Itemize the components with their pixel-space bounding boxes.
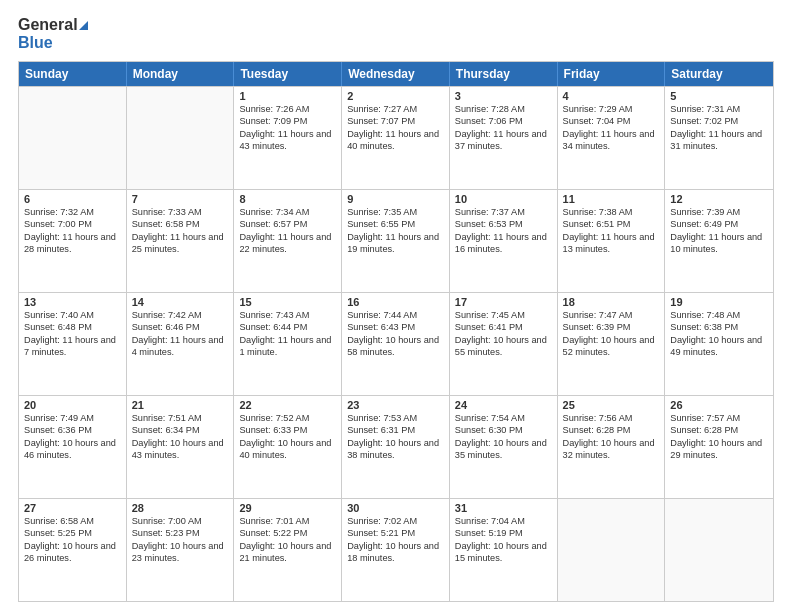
sunset-text: Sunset: 7:04 PM <box>563 115 660 127</box>
sunrise-text: Sunrise: 7:26 AM <box>239 103 336 115</box>
sunset-text: Sunset: 7:02 PM <box>670 115 768 127</box>
daylight-text: Daylight: 10 hours and 15 minutes. <box>455 540 552 565</box>
daylight-text: Daylight: 11 hours and 1 minute. <box>239 334 336 359</box>
daylight-text: Daylight: 11 hours and 7 minutes. <box>24 334 121 359</box>
sunrise-text: Sunrise: 7:02 AM <box>347 515 444 527</box>
sunset-text: Sunset: 6:49 PM <box>670 218 768 230</box>
sunset-text: Sunset: 6:44 PM <box>239 321 336 333</box>
day-number: 1 <box>239 90 336 102</box>
day-number: 11 <box>563 193 660 205</box>
calendar-cell: 26Sunrise: 7:57 AMSunset: 6:28 PMDayligh… <box>665 396 773 498</box>
day-number: 22 <box>239 399 336 411</box>
calendar-cell: 16Sunrise: 7:44 AMSunset: 6:43 PMDayligh… <box>342 293 450 395</box>
daylight-text: Daylight: 11 hours and 16 minutes. <box>455 231 552 256</box>
daylight-text: Daylight: 11 hours and 10 minutes. <box>670 231 768 256</box>
day-number: 23 <box>347 399 444 411</box>
sunset-text: Sunset: 7:06 PM <box>455 115 552 127</box>
day-number: 25 <box>563 399 660 411</box>
day-number: 21 <box>132 399 229 411</box>
sunset-text: Sunset: 7:00 PM <box>24 218 121 230</box>
sunset-text: Sunset: 6:57 PM <box>239 218 336 230</box>
calendar-cell <box>19 87 127 189</box>
sunset-text: Sunset: 5:21 PM <box>347 527 444 539</box>
day-number: 18 <box>563 296 660 308</box>
weekday-header: Saturday <box>665 62 773 86</box>
calendar-cell: 19Sunrise: 7:48 AMSunset: 6:38 PMDayligh… <box>665 293 773 395</box>
sunrise-text: Sunrise: 7:28 AM <box>455 103 552 115</box>
sunset-text: Sunset: 6:34 PM <box>132 424 229 436</box>
sunset-text: Sunset: 6:36 PM <box>24 424 121 436</box>
calendar-cell: 18Sunrise: 7:47 AMSunset: 6:39 PMDayligh… <box>558 293 666 395</box>
sunset-text: Sunset: 6:30 PM <box>455 424 552 436</box>
calendar-cell: 12Sunrise: 7:39 AMSunset: 6:49 PMDayligh… <box>665 190 773 292</box>
calendar-cell: 15Sunrise: 7:43 AMSunset: 6:44 PMDayligh… <box>234 293 342 395</box>
day-number: 8 <box>239 193 336 205</box>
sunset-text: Sunset: 6:28 PM <box>563 424 660 436</box>
day-number: 26 <box>670 399 768 411</box>
calendar-cell: 14Sunrise: 7:42 AMSunset: 6:46 PMDayligh… <box>127 293 235 395</box>
sunrise-text: Sunrise: 7:48 AM <box>670 309 768 321</box>
sunrise-text: Sunrise: 7:53 AM <box>347 412 444 424</box>
sunset-text: Sunset: 6:43 PM <box>347 321 444 333</box>
daylight-text: Daylight: 10 hours and 29 minutes. <box>670 437 768 462</box>
sunset-text: Sunset: 6:58 PM <box>132 218 229 230</box>
sunrise-text: Sunrise: 6:58 AM <box>24 515 121 527</box>
calendar-cell: 17Sunrise: 7:45 AMSunset: 6:41 PMDayligh… <box>450 293 558 395</box>
sunrise-text: Sunrise: 7:37 AM <box>455 206 552 218</box>
calendar-week-row: 20Sunrise: 7:49 AMSunset: 6:36 PMDayligh… <box>19 395 773 498</box>
calendar-cell: 10Sunrise: 7:37 AMSunset: 6:53 PMDayligh… <box>450 190 558 292</box>
day-number: 12 <box>670 193 768 205</box>
day-number: 3 <box>455 90 552 102</box>
daylight-text: Daylight: 10 hours and 40 minutes. <box>239 437 336 462</box>
calendar-cell: 24Sunrise: 7:54 AMSunset: 6:30 PMDayligh… <box>450 396 558 498</box>
day-number: 20 <box>24 399 121 411</box>
daylight-text: Daylight: 10 hours and 23 minutes. <box>132 540 229 565</box>
daylight-text: Daylight: 10 hours and 21 minutes. <box>239 540 336 565</box>
calendar-cell: 3Sunrise: 7:28 AMSunset: 7:06 PMDaylight… <box>450 87 558 189</box>
daylight-text: Daylight: 11 hours and 31 minutes. <box>670 128 768 153</box>
sunrise-text: Sunrise: 7:00 AM <box>132 515 229 527</box>
daylight-text: Daylight: 11 hours and 19 minutes. <box>347 231 444 256</box>
daylight-text: Daylight: 10 hours and 49 minutes. <box>670 334 768 359</box>
sunrise-text: Sunrise: 7:27 AM <box>347 103 444 115</box>
day-number: 29 <box>239 502 336 514</box>
sunset-text: Sunset: 6:38 PM <box>670 321 768 333</box>
daylight-text: Daylight: 11 hours and 37 minutes. <box>455 128 552 153</box>
calendar-cell: 8Sunrise: 7:34 AMSunset: 6:57 PMDaylight… <box>234 190 342 292</box>
sunset-text: Sunset: 6:28 PM <box>670 424 768 436</box>
calendar-cell <box>665 499 773 601</box>
daylight-text: Daylight: 11 hours and 4 minutes. <box>132 334 229 359</box>
sunrise-text: Sunrise: 7:56 AM <box>563 412 660 424</box>
day-number: 28 <box>132 502 229 514</box>
sunrise-text: Sunrise: 7:33 AM <box>132 206 229 218</box>
weekday-header: Friday <box>558 62 666 86</box>
sunrise-text: Sunrise: 7:31 AM <box>670 103 768 115</box>
sunrise-text: Sunrise: 7:51 AM <box>132 412 229 424</box>
daylight-text: Daylight: 10 hours and 38 minutes. <box>347 437 444 462</box>
calendar-header: SundayMondayTuesdayWednesdayThursdayFrid… <box>19 62 773 86</box>
sunset-text: Sunset: 5:25 PM <box>24 527 121 539</box>
day-number: 2 <box>347 90 444 102</box>
sunrise-text: Sunrise: 7:49 AM <box>24 412 121 424</box>
calendar-cell: 11Sunrise: 7:38 AMSunset: 6:51 PMDayligh… <box>558 190 666 292</box>
sunrise-text: Sunrise: 7:34 AM <box>239 206 336 218</box>
page-header: General Blue <box>18 16 774 53</box>
daylight-text: Daylight: 11 hours and 40 minutes. <box>347 128 444 153</box>
calendar-cell <box>127 87 235 189</box>
daylight-text: Daylight: 10 hours and 18 minutes. <box>347 540 444 565</box>
sunset-text: Sunset: 6:55 PM <box>347 218 444 230</box>
daylight-text: Daylight: 11 hours and 34 minutes. <box>563 128 660 153</box>
sunset-text: Sunset: 6:48 PM <box>24 321 121 333</box>
sunrise-text: Sunrise: 7:47 AM <box>563 309 660 321</box>
daylight-text: Daylight: 10 hours and 26 minutes. <box>24 540 121 565</box>
sunset-text: Sunset: 6:51 PM <box>563 218 660 230</box>
daylight-text: Daylight: 10 hours and 35 minutes. <box>455 437 552 462</box>
calendar-cell: 31Sunrise: 7:04 AMSunset: 5:19 PMDayligh… <box>450 499 558 601</box>
daylight-text: Daylight: 10 hours and 55 minutes. <box>455 334 552 359</box>
sunrise-text: Sunrise: 7:40 AM <box>24 309 121 321</box>
calendar-cell: 2Sunrise: 7:27 AMSunset: 7:07 PMDaylight… <box>342 87 450 189</box>
day-number: 15 <box>239 296 336 308</box>
calendar-cell: 25Sunrise: 7:56 AMSunset: 6:28 PMDayligh… <box>558 396 666 498</box>
sunrise-text: Sunrise: 7:43 AM <box>239 309 336 321</box>
daylight-text: Daylight: 11 hours and 28 minutes. <box>24 231 121 256</box>
